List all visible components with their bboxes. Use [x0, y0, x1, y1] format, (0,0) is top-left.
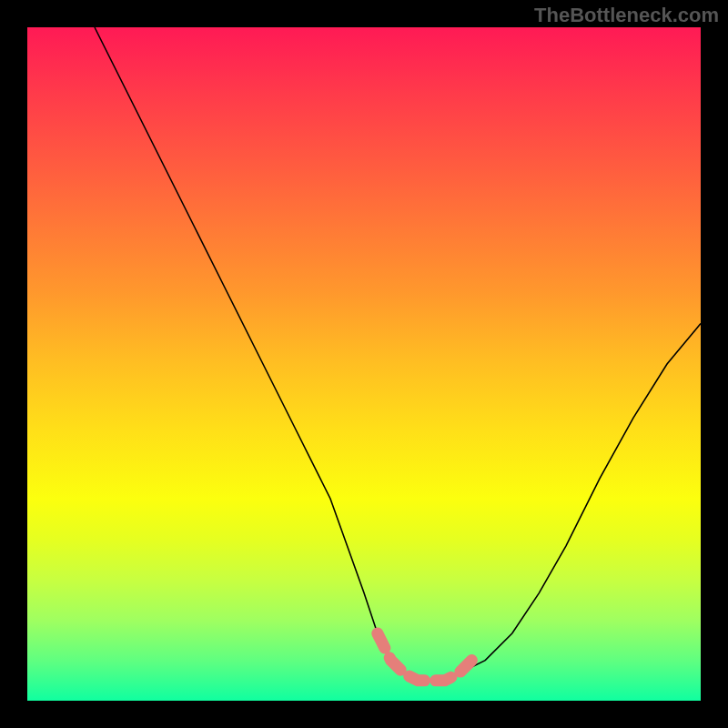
highlight-band	[378, 633, 472, 681]
chart-svg	[27, 27, 701, 701]
chart-plot-area	[27, 27, 701, 701]
bottleneck-curve	[95, 27, 701, 681]
watermark-text: TheBottleneck.com	[534, 4, 719, 27]
